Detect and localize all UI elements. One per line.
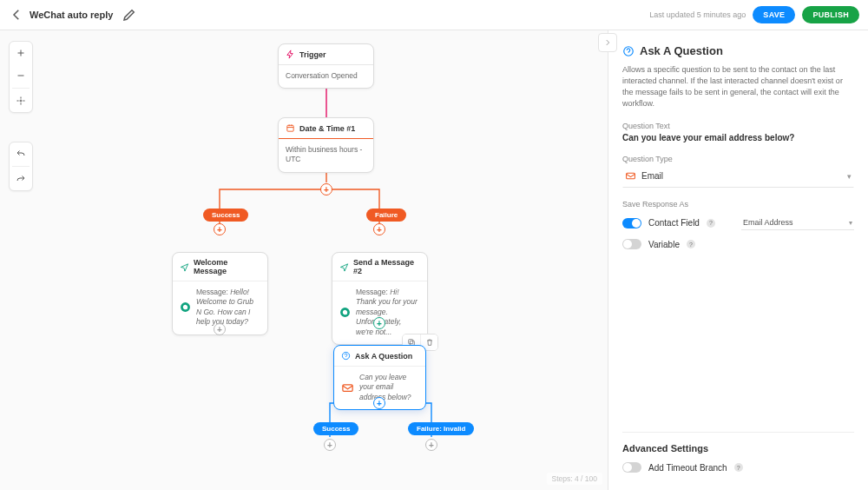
add-step-after-welcome[interactable]: +	[214, 323, 226, 335]
node-trigger[interactable]: Trigger Conversation Opened	[278, 43, 374, 89]
question-type-label: Question Type	[622, 155, 854, 163]
question-text-label: Question Text	[622, 122, 854, 130]
send-icon	[339, 262, 349, 272]
contact-field-row: Contact Field ? Email Address ▾	[622, 215, 854, 230]
question-icon	[622, 45, 635, 57]
svg-rect-9	[627, 173, 635, 179]
trigger-icon	[286, 50, 295, 59]
variable-toggle[interactable]	[622, 239, 641, 249]
canvas-toolbox-history	[9, 142, 33, 191]
contact-field-label: Contact Field	[648, 218, 700, 228]
node-trigger-title: Trigger	[299, 50, 326, 59]
question-type-value: Email	[641, 171, 663, 181]
help-icon[interactable]: ?	[707, 219, 715, 228]
add-branch-datetime[interactable]: +	[320, 183, 332, 195]
node-send-message-2[interactable]: Send a Message #2 Message: Hi! Thank you…	[332, 252, 428, 345]
contact-field-toggle[interactable]	[622, 218, 641, 228]
chevron-down-icon: ▾	[847, 172, 852, 181]
calendar-icon	[286, 123, 295, 133]
back-icon[interactable]	[9, 7, 24, 23]
publish-button[interactable]: PUBLISH	[802, 6, 859, 23]
undo-button[interactable]	[10, 142, 32, 165]
node-ask-body: Can you leave your email address below?	[359, 373, 418, 402]
save-button[interactable]: SAVE	[753, 6, 795, 23]
add-step-ask-success[interactable]: +	[324, 439, 336, 451]
timeout-row: Add Timeout Branch ?	[622, 462, 854, 473]
contact-field-select[interactable]: Email Address ▾	[741, 215, 854, 230]
channel-icon	[180, 301, 191, 313]
panel-title: Ask A Question	[640, 44, 723, 57]
collapse-panel-button[interactable]	[598, 33, 617, 52]
node-datetime[interactable]: Date & Time #1 Within business hours - U…	[278, 117, 374, 173]
add-step-after-send2[interactable]: +	[373, 317, 385, 329]
pill-failure-1: Failure	[366, 209, 406, 222]
fit-view-button[interactable]	[10, 89, 32, 112]
save-response-label: Save Response As	[622, 200, 854, 209]
help-icon[interactable]: ?	[734, 463, 743, 472]
email-icon	[341, 381, 354, 394]
pill-success-2: Success	[313, 422, 358, 435]
node-datetime-title: Date & Time #1	[299, 124, 355, 133]
channel-icon	[339, 307, 351, 318]
svg-rect-1	[287, 125, 293, 131]
workflow-title: WeChat auto reply	[30, 10, 113, 20]
pill-success-1: Success	[203, 209, 248, 222]
node-trigger-body: Conversation Opened	[286, 71, 366, 81]
question-icon	[341, 351, 351, 361]
canvas-toolbox-zoom	[9, 41, 33, 113]
advanced-settings-label: Advanced Settings	[622, 443, 854, 454]
last-updated-label: Last updated 5 minutes ago	[649, 10, 746, 19]
zoom-in-button[interactable]	[10, 42, 32, 64]
help-icon[interactable]: ?	[687, 240, 695, 248]
chevron-down-icon: ▾	[849, 219, 852, 227]
timeout-label: Add Timeout Branch	[648, 463, 727, 473]
question-text-value[interactable]: Can you leave your email address below?	[622, 133, 854, 142]
add-branch-ask[interactable]: +	[373, 397, 385, 409]
zoom-out-button[interactable]	[10, 64, 32, 87]
send-icon	[180, 262, 189, 272]
top-bar: WeChat auto reply Last updated 5 minutes…	[0, 0, 868, 30]
add-step-ask-failure[interactable]: +	[425, 439, 437, 451]
steps-counter: Steps: 4 / 100	[547, 473, 602, 485]
node-send2-body: Message: Hi! Thank you for your message.…	[356, 288, 420, 337]
timeout-toggle[interactable]	[622, 462, 641, 473]
question-type-select[interactable]: Email ▾	[622, 166, 854, 188]
add-step-failure-branch[interactable]: +	[373, 223, 385, 235]
node-send2-title: Send a Message #2	[353, 258, 420, 275]
panel-description: Allows a specific question to be sent to…	[622, 64, 854, 109]
svg-rect-7	[343, 384, 352, 391]
node-welcome-body: Message: Hello! Welcome to Grub N Go. Ho…	[196, 288, 260, 328]
add-step-success-branch[interactable]: +	[214, 223, 226, 235]
svg-point-0	[20, 100, 22, 102]
variable-label: Variable	[648, 240, 680, 249]
redo-button[interactable]	[10, 168, 32, 190]
variable-row: Variable ?	[622, 239, 854, 249]
email-icon	[625, 170, 636, 182]
node-datetime-body: Within business hours - UTC	[286, 145, 366, 165]
connector-lines	[0, 30, 608, 490]
properties-panel: Ask A Question Allows a specific questio…	[608, 30, 868, 490]
edit-title-icon[interactable]	[122, 7, 137, 23]
workflow-canvas[interactable]: Trigger Conversation Opened + Date & Tim…	[0, 30, 608, 490]
svg-rect-5	[409, 340, 413, 344]
pill-failure-2: Failure: Invalid	[408, 422, 474, 435]
node-welcome-title: Welcome Message	[194, 258, 260, 275]
node-ask-title: Ask A Question	[355, 352, 412, 361]
